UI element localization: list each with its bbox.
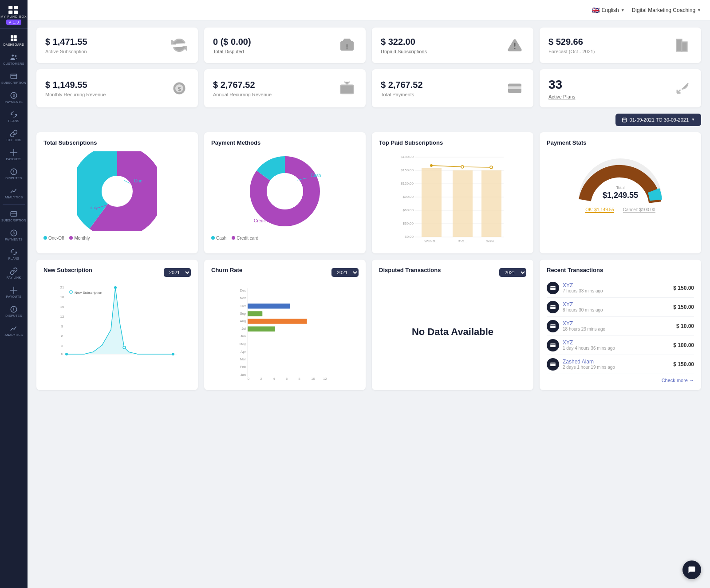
- stat-forecast-info: $ 529.66 Forecast (Oct - 2021): [548, 36, 595, 54]
- disputed-label: Total Disputed: [213, 49, 251, 54]
- language-selector[interactable]: 🇬🇧 English ▼: [592, 7, 624, 14]
- forecast-value: $ 529.66: [548, 36, 595, 47]
- brand-selector[interactable]: Digital Marketing Coaching ▼: [632, 7, 701, 13]
- svg-text:$: $: [12, 93, 15, 98]
- churn-year-select[interactable]: 2021: [331, 268, 359, 277]
- sidebar-item-dashboard[interactable]: DASHBOARD: [0, 31, 28, 50]
- disputed-link[interactable]: Total Disputed: [213, 49, 244, 54]
- active-sub-value: $ 1,471.55: [45, 36, 87, 47]
- disputed-value: 0 ($ 0.00): [213, 36, 251, 47]
- app-name: MY FUND BOX: [0, 15, 27, 18]
- sidebar-item-disputes2[interactable]: DISPUTES: [0, 302, 28, 321]
- transaction-time-4: 2 days 1 hour 19 mins ago: [563, 365, 615, 370]
- charts-grid: Total Subscriptions One ithly: [36, 132, 701, 253]
- sidebar-item-payouts[interactable]: PAYOUTS: [0, 145, 28, 164]
- transaction-amount-3: $ 100.00: [673, 342, 694, 348]
- disputed-icon: [337, 36, 357, 55]
- plans-label: Active Plans: [548, 94, 576, 99]
- calendar-icon: [622, 117, 627, 122]
- app-version: V 1.3: [6, 20, 21, 25]
- stat-arr: $ 2,767.52 Annual Recurring Revenue: [204, 69, 366, 107]
- churn-title: Churn Rate: [211, 267, 242, 273]
- sidebar-item-subscription2[interactable]: SUBSCRIPTION: [0, 206, 28, 225]
- payment-methods-legend: Cash Credit card: [211, 236, 359, 241]
- plans-value: 33: [548, 77, 576, 92]
- transaction-time-2: 18 hours 23 mins ago: [563, 327, 605, 331]
- stat-unpaid-info: $ 322.00 Unpaid Subscriptions: [381, 36, 427, 54]
- svg-text:IT-S...: IT-S...: [458, 239, 467, 243]
- svg-point-69: [461, 166, 464, 168]
- unpaid-link[interactable]: Unpaid Subscriptions: [381, 49, 427, 54]
- recent-transactions-card: Recent Transactions XYZ 7 hours 33 mins …: [540, 260, 701, 390]
- plans-link[interactable]: Active Plans: [548, 94, 576, 99]
- sidebar-item-subscription[interactable]: SUBSCRIPTION: [0, 69, 28, 88]
- svg-text:May: May: [240, 342, 246, 346]
- transaction-left-4: Zashed Alam 2 days 1 hour 19 mins ago: [547, 358, 615, 371]
- arr-icon: [337, 79, 357, 98]
- svg-point-90: [123, 346, 126, 349]
- sidebar-label-disputes: DISPUTES: [5, 177, 22, 180]
- sidebar-item-payments2[interactable]: $ PAYMENTS: [0, 225, 28, 245]
- svg-text:Mar: Mar: [81, 358, 87, 359]
- svg-text:Nov: Nov: [152, 358, 158, 359]
- sidebar-label-payouts2: PAYOUTS: [6, 295, 22, 298]
- svg-text:May: May: [99, 358, 105, 359]
- sidebar-item-payments[interactable]: $ PAYMENTS: [0, 88, 28, 107]
- unpaid-label: Unpaid Subscriptions: [381, 49, 427, 54]
- sidebar-label-pay2: PAYMENTS: [5, 238, 23, 241]
- forecast-label: Forecast (Oct - 2021): [548, 49, 595, 54]
- svg-text:12: 12: [60, 315, 64, 319]
- svg-text:3: 3: [61, 344, 63, 348]
- transaction-item: XYZ 18 hours 23 mins ago $ 10.00: [547, 317, 694, 336]
- svg-text:Oct: Oct: [241, 304, 246, 308]
- date-range-button[interactable]: 01-09-2021 TO 30-09-2021 ▼: [615, 114, 701, 126]
- sidebar: MY FUND BOX V 1.3 DASHBOARD CUSTOMERS SU…: [0, 0, 28, 588]
- svg-rect-65: [422, 168, 442, 237]
- svg-rect-66: [453, 170, 473, 237]
- sidebar-item-analytics2[interactable]: ANALYTICS: [0, 321, 28, 340]
- transaction-item: XYZ 8 hours 30 mins ago $ 150.00: [547, 298, 694, 317]
- topbar: 🇬🇧 English ▼ Digital Marketing Coaching …: [28, 0, 710, 20]
- svg-text:Jan: Jan: [241, 372, 246, 376]
- top-paid-card: Top Paid Subscriptions $180.00 $150.00 $…: [372, 132, 533, 253]
- stats-grid: $ 1,471.55 Active Subscription 0 ($ 0.00…: [36, 28, 701, 63]
- svg-text:$: $: [178, 86, 181, 92]
- sidebar-item-analytics[interactable]: ANALYTICS: [0, 183, 28, 202]
- svg-rect-110: [248, 304, 290, 308]
- svg-rect-128: [550, 343, 556, 347]
- svg-text:$: $: [12, 231, 15, 235]
- svg-point-16: [14, 173, 14, 174]
- svg-text:Apr: Apr: [241, 349, 246, 353]
- transaction-icon-3: [547, 339, 559, 351]
- svg-text:ithly: ithly: [91, 205, 98, 210]
- svg-text:Sep: Sep: [134, 358, 141, 359]
- new-sub-year-select[interactable]: 2021: [164, 268, 191, 277]
- chat-bubble[interactable]: [682, 560, 701, 579]
- sidebar-item-customers[interactable]: CUSTOMERS: [0, 50, 28, 69]
- sidebar-item-paylink2[interactable]: PAY LINK: [0, 264, 28, 283]
- sidebar-item-plans[interactable]: PLANS: [0, 107, 28, 126]
- top-paid-title: Top Paid Subscriptions: [379, 139, 526, 146]
- svg-text:$120.00: $120.00: [401, 182, 414, 185]
- sidebar-item-paylink[interactable]: PAY LINK: [0, 126, 28, 145]
- stat-plans-info: 33 Active Plans: [548, 77, 576, 99]
- transaction-name-2: XYZ: [563, 320, 605, 327]
- svg-text:15: 15: [60, 305, 64, 309]
- sidebar-item-disputes[interactable]: DISPUTES: [0, 164, 28, 183]
- plans-icon: [673, 79, 692, 98]
- payment-stats-title: Payment Stats: [547, 139, 694, 146]
- svg-text:9: 9: [61, 324, 63, 328]
- total-subscriptions-card: Total Subscriptions One ithly: [36, 132, 198, 253]
- svg-rect-0: [8, 6, 12, 9]
- disputed-year-select[interactable]: 2021: [499, 268, 526, 277]
- svg-rect-3: [14, 11, 18, 14]
- sidebar-label-plans2: PLANS: [8, 257, 19, 260]
- svg-point-8: [12, 55, 14, 57]
- svg-text:Cash: Cash: [311, 173, 321, 178]
- check-more-link[interactable]: Check more →: [547, 378, 694, 383]
- logo-icon: [8, 5, 20, 14]
- sidebar-item-payouts2[interactable]: PAYOUTS: [0, 283, 28, 302]
- svg-rect-124: [550, 305, 556, 309]
- sidebar-item-plans2[interactable]: PLANS: [0, 245, 28, 264]
- stat-mrr-info: $ 1,149.55 Monthly Recurring Revenue: [45, 79, 106, 97]
